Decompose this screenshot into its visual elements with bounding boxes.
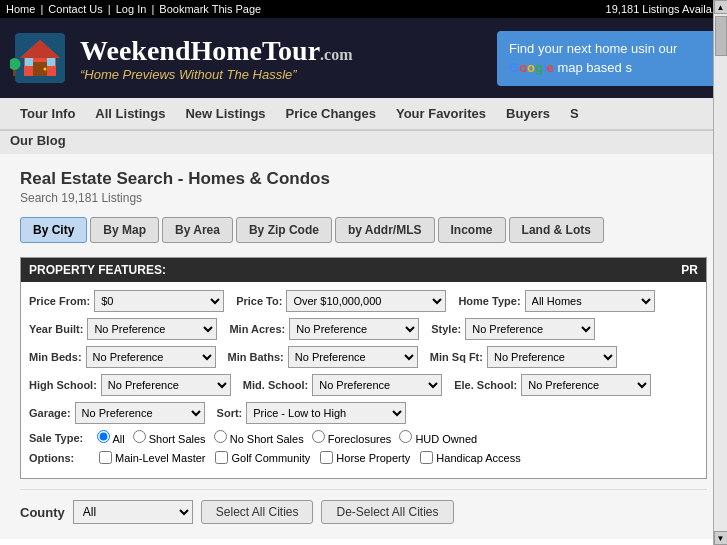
mid-school-select[interactable]: No Preference (312, 374, 442, 396)
year-row: Year Built: No Preference Min Acres: No … (29, 318, 698, 340)
sale-type-short-sales[interactable]: Short Sales (133, 430, 206, 445)
home-type-select[interactable]: All Homes (525, 290, 655, 312)
style-select[interactable]: No Preference (465, 318, 595, 340)
ele-school-select[interactable]: No Preference (521, 374, 651, 396)
sale-type-short-sales-radio[interactable] (133, 430, 146, 443)
features-header-right: PR (681, 263, 698, 277)
sale-type-hud-owned-text: HUD Owned (415, 433, 477, 445)
scroll-down-button[interactable]: ▼ (714, 531, 728, 539)
nav-more[interactable]: S (560, 98, 589, 129)
sale-type-foreclosures-radio[interactable] (312, 430, 325, 443)
price-from-select[interactable]: $0 (94, 290, 224, 312)
options-row: Options: Main-Level Master Golf Communit… (29, 451, 698, 464)
sale-type-foreclosures[interactable]: Foreclosures (312, 430, 392, 445)
contact-link[interactable]: Contact Us (48, 3, 102, 15)
search-subtitle: Search 19,181 Listings (20, 191, 707, 205)
price-row: Price From: $0 Price To: Over $10,000,00… (29, 290, 698, 312)
top-links[interactable]: Home | Contact Us | Log In | Bookmark Th… (6, 3, 261, 15)
header-banner[interactable]: Find your next home usin our Google map … (497, 31, 717, 86)
nav-tour-info[interactable]: Tour Info (10, 98, 85, 129)
sale-type-label: Sale Type: (29, 432, 89, 444)
features-header-label: PROPERTY FEATURES: (29, 263, 166, 277)
sort-select[interactable]: Price - Low to High (246, 402, 406, 424)
tab-by-addr-mls[interactable]: by Addr/MLS (335, 217, 435, 243)
option-handicap-access[interactable]: Handicap Access (420, 451, 520, 464)
min-baths-group: Min Baths: No Preference (228, 346, 418, 368)
sale-type-no-short-sales-text: No Short Sales (230, 433, 304, 445)
features-body: Price From: $0 Price To: Over $10,000,00… (21, 282, 706, 478)
listing-status: 19,181 Listings Availa... (606, 3, 721, 15)
school-row: High School: No Preference Mid. School: … (29, 374, 698, 396)
header: WeekendHomeTour.com “Home Previews Witho… (0, 18, 727, 98)
price-to-select[interactable]: Over $10,000,000 (286, 290, 446, 312)
bookmark-link[interactable]: Bookmark This Page (159, 3, 261, 15)
price-from-label: Price From: (29, 295, 90, 307)
scrollbar[interactable]: ▲ ▼ (713, 0, 727, 539)
sale-type-no-short-sales[interactable]: No Short Sales (214, 430, 304, 445)
home-link[interactable]: Home (6, 3, 35, 15)
garage-label: Garage: (29, 407, 71, 419)
min-acres-select[interactable]: No Preference (289, 318, 419, 340)
option-handicap-access-checkbox[interactable] (420, 451, 433, 464)
option-golf-community[interactable]: Golf Community (215, 451, 310, 464)
nav-new-listings[interactable]: New Listings (175, 98, 275, 129)
scroll-up-button[interactable]: ▲ (714, 0, 728, 14)
option-golf-community-checkbox[interactable] (215, 451, 228, 464)
deselect-all-cities-button[interactable]: De-Select All Cities (321, 500, 453, 524)
option-main-level-master-checkbox[interactable] (99, 451, 112, 464)
min-sq-ft-select[interactable]: No Preference (487, 346, 617, 368)
svg-rect-6 (47, 58, 55, 66)
year-built-select[interactable]: No Preference (87, 318, 217, 340)
garage-row: Garage: No Preference Sort: Price - Low … (29, 402, 698, 424)
mid-school-group: Mid. School: No Preference (243, 374, 442, 396)
nav-all-listings[interactable]: All Listings (85, 98, 175, 129)
tab-by-zip-code[interactable]: By Zip Code (236, 217, 332, 243)
sale-type-no-short-sales-radio[interactable] (214, 430, 227, 443)
style-label: Style: (431, 323, 461, 335)
high-school-label: High School: (29, 379, 97, 391)
nav-buyers[interactable]: Buyers (496, 98, 560, 129)
login-link[interactable]: Log In (116, 3, 147, 15)
min-baths-select[interactable]: No Preference (288, 346, 418, 368)
search-tabs: By City By Map By Area By Zip Code by Ad… (20, 217, 707, 243)
beds-row: Min Beds: No Preference Min Baths: No Pr… (29, 346, 698, 368)
main-content: Real Estate Search - Homes & Condos Sear… (0, 154, 727, 539)
nav-price-changes[interactable]: Price Changes (276, 98, 386, 129)
sale-type-all-radio[interactable] (97, 430, 110, 443)
nav-your-favorites[interactable]: Your Favorites (386, 98, 496, 129)
sale-type-row: Sale Type: All Short Sales No Short Sale… (29, 430, 698, 445)
sale-type-hud-owned[interactable]: HUD Owned (399, 430, 477, 445)
county-select[interactable]: All (73, 500, 193, 524)
tab-by-city[interactable]: By City (20, 217, 87, 243)
tab-by-area[interactable]: By Area (162, 217, 233, 243)
tab-by-map[interactable]: By Map (90, 217, 159, 243)
option-horse-property[interactable]: Horse Property (320, 451, 410, 464)
select-all-cities-button[interactable]: Select All Cities (201, 500, 314, 524)
high-school-group: High School: No Preference (29, 374, 231, 396)
sort-label: Sort: (217, 407, 243, 419)
features-header: PROPERTY FEATURES: PR (21, 258, 706, 282)
option-main-level-master[interactable]: Main-Level Master (99, 451, 205, 464)
min-acres-group: Min Acres: No Preference (229, 318, 419, 340)
price-to-group: Price To: Over $10,000,000 (236, 290, 446, 312)
min-beds-select[interactable]: No Preference (86, 346, 216, 368)
page-title: Real Estate Search - Homes & Condos (20, 169, 707, 189)
nav-our-blog[interactable]: Our Blog (10, 131, 76, 150)
price-to-label: Price To: (236, 295, 282, 307)
county-label: County (20, 505, 65, 520)
min-sq-ft-label: Min Sq Ft: (430, 351, 483, 363)
scroll-track[interactable] (714, 14, 727, 531)
garage-select[interactable]: No Preference (75, 402, 205, 424)
sort-group: Sort: Price - Low to High (217, 402, 407, 424)
sale-type-all[interactable]: All (97, 430, 125, 445)
scroll-thumb[interactable] (715, 16, 727, 56)
tab-income[interactable]: Income (438, 217, 506, 243)
tab-land-lots[interactable]: Land & Lots (509, 217, 604, 243)
high-school-select[interactable]: No Preference (101, 374, 231, 396)
garage-group: Garage: No Preference (29, 402, 205, 424)
option-golf-community-text: Golf Community (231, 452, 310, 464)
top-bar: Home | Contact Us | Log In | Bookmark Th… (0, 0, 727, 18)
sale-type-hud-owned-radio[interactable] (399, 430, 412, 443)
option-horse-property-checkbox[interactable] (320, 451, 333, 464)
min-beds-group: Min Beds: No Preference (29, 346, 216, 368)
